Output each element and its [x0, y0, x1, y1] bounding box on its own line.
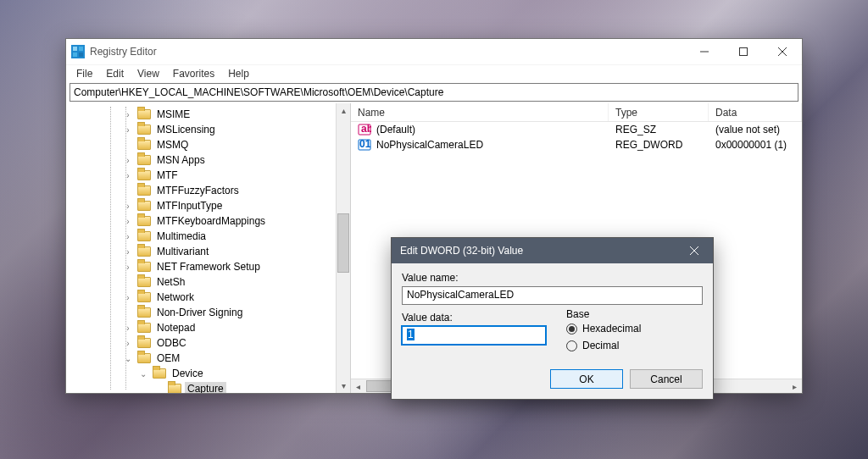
folder-icon — [153, 368, 166, 379]
app-icon — [71, 45, 85, 58]
svg-rect-4 — [79, 53, 83, 57]
svg-rect-2 — [79, 47, 83, 51]
column-type[interactable]: Type — [609, 103, 709, 121]
value-data: 0x00000001 (1) — [709, 139, 802, 151]
tree-node[interactable]: ⌄Device — [66, 366, 336, 381]
chevron-right-icon[interactable]: › — [122, 232, 134, 241]
tree-pane: ›MSIME›MSLicensingMSMQ›MSN Apps›MTFMTFFu… — [66, 103, 351, 393]
folder-icon — [137, 216, 151, 226]
tree-node-label: OEM — [154, 351, 182, 365]
scroll-down-arrow-icon[interactable]: ▾ — [337, 379, 350, 393]
folder-icon — [137, 323, 151, 333]
folder-icon — [137, 262, 151, 272]
dialog-close-button[interactable] — [676, 238, 713, 263]
chevron-right-icon[interactable]: › — [122, 339, 134, 348]
scroll-left-arrow-icon[interactable]: ◂ — [351, 379, 365, 393]
folder-icon — [137, 201, 151, 211]
list-row[interactable]: 011NoPhysicalCameraLEDREG_DWORD0x0000000… — [351, 137, 802, 152]
tree-node[interactable]: MSMQ — [66, 137, 336, 152]
value-data-field[interactable]: 1 — [402, 326, 546, 345]
scroll-right-arrow-icon[interactable]: ▸ — [787, 379, 802, 393]
dialog-titlebar[interactable]: Edit DWORD (32-bit) Value — [392, 238, 713, 263]
column-data[interactable]: Data — [709, 103, 802, 121]
value-name: (Default) — [376, 124, 415, 135]
menu-help[interactable]: Help — [221, 66, 256, 81]
tree-node[interactable]: ›MSLicensing — [66, 122, 336, 137]
chevron-right-icon[interactable]: › — [122, 110, 134, 119]
tree-node-label: Device — [170, 367, 206, 380]
value-name-field[interactable]: NoPhysicalCameraLED — [402, 286, 703, 305]
tree-node[interactable]: ›NET Framework Setup — [66, 259, 336, 274]
tree-node-label: NetSh — [154, 275, 187, 289]
folder-icon — [137, 170, 151, 180]
scroll-up-arrow-icon[interactable]: ▴ — [337, 103, 350, 118]
svg-text:ab: ab — [361, 123, 371, 135]
chevron-right-icon[interactable]: › — [122, 156, 134, 165]
chevron-right-icon[interactable]: › — [122, 171, 134, 180]
tree-node-label: Multimedia — [154, 230, 209, 243]
menu-file[interactable]: File — [70, 66, 99, 81]
chevron-right-icon[interactable]: › — [122, 217, 134, 226]
tree-node-label: MTFInputType — [154, 199, 225, 213]
close-button[interactable] — [763, 39, 802, 64]
value-data: (value not set) — [709, 124, 802, 135]
tree-node-label: Capture — [185, 382, 226, 393]
maximize-button[interactable] — [724, 39, 763, 64]
folder-icon — [137, 155, 151, 165]
tree-node-label: MSMQ — [154, 138, 191, 152]
tree-node[interactable]: ›Multivariant — [66, 244, 336, 259]
value-name: NoPhysicalCameraLED — [376, 139, 483, 151]
tree-node-label: MSLicensing — [154, 123, 218, 136]
tree-node-label: Network — [154, 290, 197, 304]
tree-node-label: MTF — [154, 169, 181, 182]
titlebar[interactable]: Registry Editor — [66, 39, 802, 64]
list-header[interactable]: Name Type Data — [351, 103, 802, 122]
tree-node[interactable]: MTFFuzzyFactors — [66, 183, 336, 198]
address-bar[interactable]: Computer\HKEY_LOCAL_MACHINE\SOFTWARE\Mic… — [70, 83, 798, 102]
tree-node[interactable]: ›Multimedia — [66, 229, 336, 244]
column-name[interactable]: Name — [351, 103, 609, 121]
chevron-down-icon[interactable]: ⌄ — [137, 369, 149, 379]
chevron-right-icon[interactable]: › — [122, 263, 134, 272]
tree-node-label: MSIME — [154, 108, 192, 121]
ok-button[interactable]: OK — [550, 369, 623, 389]
radio-hexadecimal[interactable]: Hexadecimal — [566, 320, 703, 337]
menu-edit[interactable]: Edit — [99, 66, 131, 81]
chevron-down-icon[interactable]: ⌄ — [122, 354, 134, 363]
minimize-button[interactable] — [685, 39, 724, 64]
chevron-right-icon[interactable]: › — [122, 247, 134, 257]
chevron-right-icon[interactable]: › — [122, 324, 134, 333]
tree-node[interactable]: Non-Driver Signing — [66, 305, 336, 320]
cancel-button[interactable]: Cancel — [630, 369, 703, 389]
tree-node[interactable]: ›ODBC — [66, 335, 336, 351]
tree-node[interactable]: Capture — [66, 381, 336, 393]
tree-node-label: Non-Driver Signing — [154, 306, 245, 319]
tree-node[interactable]: ⌄OEM — [66, 351, 336, 366]
tree-node[interactable]: ›MSN Apps — [66, 152, 336, 168]
tree-node[interactable]: ›Notepad — [66, 320, 336, 335]
tree-node[interactable]: NetSh — [66, 274, 336, 290]
folder-icon — [137, 338, 151, 348]
tree-node[interactable]: ›MTFKeyboardMappings — [66, 213, 336, 229]
tree-node-label: MTFKeyboardMappings — [154, 214, 268, 228]
menu-view[interactable]: View — [131, 66, 166, 81]
address-text: Computer\HKEY_LOCAL_MACHINE\SOFTWARE\Mic… — [74, 86, 443, 98]
svg-text:011: 011 — [359, 138, 371, 150]
menu-favorites[interactable]: Favorites — [166, 66, 221, 81]
chevron-right-icon[interactable]: › — [122, 293, 134, 302]
folder-icon — [137, 109, 151, 119]
chevron-right-icon[interactable]: › — [122, 202, 134, 211]
tree-node-label: NET Framework Setup — [154, 260, 263, 274]
tree-node[interactable]: ›Network — [66, 290, 336, 305]
tree-node[interactable]: ›MTF — [66, 168, 336, 183]
reg-dword-icon: 011 — [358, 138, 371, 152]
radio-button-icon — [566, 324, 577, 335]
tree-vertical-scrollbar[interactable]: ▴ ▾ — [336, 103, 350, 393]
list-row[interactable]: ab(Default)REG_SZ(value not set) — [351, 122, 802, 137]
chevron-right-icon[interactable]: › — [122, 125, 134, 135]
tree-node[interactable]: ›MTFInputType — [66, 198, 336, 213]
scroll-thumb[interactable] — [337, 213, 349, 273]
tree-node-label: MSN Apps — [154, 153, 208, 167]
radio-decimal[interactable]: Decimal — [566, 337, 703, 354]
tree-node[interactable]: ›MSIME — [66, 107, 336, 122]
